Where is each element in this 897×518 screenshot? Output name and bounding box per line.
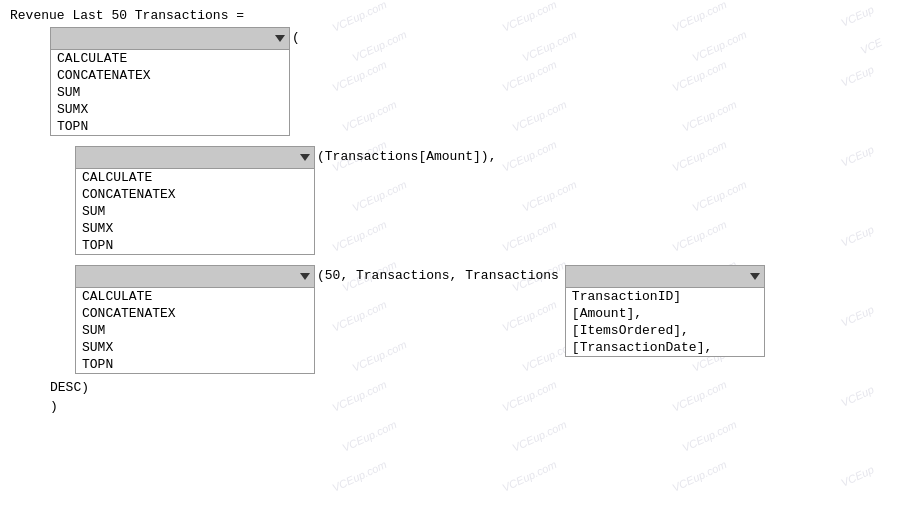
dropdown-4-arrow[interactable]	[750, 273, 760, 280]
dropdown-4[interactable]: TransactionID] [Amount], [ItemsOrdered],…	[565, 265, 765, 357]
dropdown-1[interactable]: CALCULATE CONCATENATEX SUM SUMX TOPN	[50, 27, 290, 136]
dropdown-2-arrow[interactable]	[300, 154, 310, 161]
dropdown-1-list: CALCULATE CONCATENATEX SUM SUMX TOPN	[51, 50, 289, 135]
list-item[interactable]: [Amount],	[566, 305, 764, 322]
formula-row-1: CALCULATE CONCATENATEX SUM SUMX TOPN (	[50, 27, 887, 136]
close-paren-text: )	[50, 399, 58, 414]
list-item[interactable]: SUM	[51, 84, 289, 101]
dropdown-4-header[interactable]	[566, 266, 764, 288]
desc-text: DESC)	[50, 380, 89, 395]
list-item[interactable]: SUMX	[51, 101, 289, 118]
list-item[interactable]: [TransactionDate],	[566, 339, 764, 356]
dropdown-1-header[interactable]	[51, 28, 289, 50]
dropdown-3-header[interactable]	[76, 266, 314, 288]
title-line: Revenue Last 50 Transactions =	[10, 8, 887, 23]
list-item[interactable]: CALCULATE	[51, 50, 289, 67]
inline-text-3: (50, Transactions, Transactions	[317, 265, 559, 283]
dropdown-4-list: TransactionID] [Amount], [ItemsOrdered],…	[566, 288, 764, 356]
list-item[interactable]: SUMX	[76, 220, 314, 237]
list-item[interactable]: SUM	[76, 203, 314, 220]
dropdown-3-arrow[interactable]	[300, 273, 310, 280]
list-item[interactable]: CALCULATE	[76, 288, 314, 305]
dropdown-2-list: CALCULATE CONCATENATEX SUM SUMX TOPN	[76, 169, 314, 254]
desc-line: DESC)	[50, 380, 887, 395]
list-item[interactable]: TOPN	[76, 356, 314, 373]
list-item[interactable]: CALCULATE	[76, 169, 314, 186]
list-item[interactable]: TOPN	[51, 118, 289, 135]
close-paren-line: )	[50, 399, 887, 414]
dropdown-1-arrow[interactable]	[275, 35, 285, 42]
list-item[interactable]: CONCATENATEX	[76, 305, 314, 322]
list-item[interactable]: SUMX	[76, 339, 314, 356]
inline-text-1: (	[292, 27, 300, 45]
dropdown-3-list: CALCULATE CONCATENATEX SUM SUMX TOPN	[76, 288, 314, 373]
list-item[interactable]: TransactionID]	[566, 288, 764, 305]
dropdown-3[interactable]: CALCULATE CONCATENATEX SUM SUMX TOPN	[75, 265, 315, 374]
list-item[interactable]: SUM	[76, 322, 314, 339]
list-item[interactable]: CONCATENATEX	[51, 67, 289, 84]
title-text: Revenue Last 50 Transactions =	[10, 8, 244, 23]
list-item[interactable]: [ItemsOrdered],	[566, 322, 764, 339]
dropdown-2-header[interactable]	[76, 147, 314, 169]
inline-text-2: (Transactions[Amount]),	[317, 146, 496, 164]
list-item[interactable]: TOPN	[76, 237, 314, 254]
formula-row-3: CALCULATE CONCATENATEX SUM SUMX TOPN (50…	[75, 265, 887, 374]
dropdown-2[interactable]: CALCULATE CONCATENATEX SUM SUMX TOPN	[75, 146, 315, 255]
formula-row-2: CALCULATE CONCATENATEX SUM SUMX TOPN (Tr…	[75, 146, 887, 255]
list-item[interactable]: CONCATENATEX	[76, 186, 314, 203]
